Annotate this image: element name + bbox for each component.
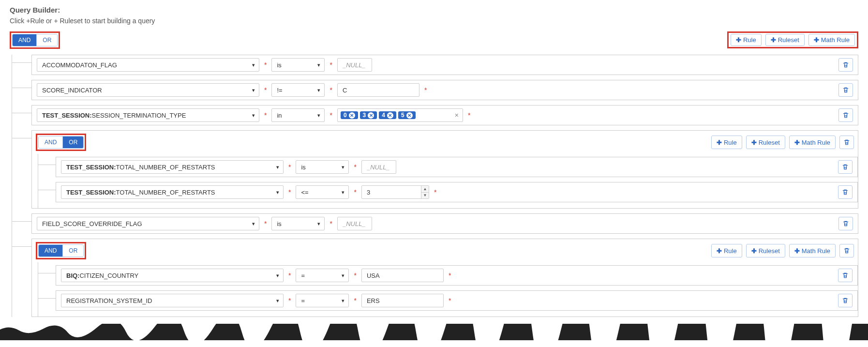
required-mark: * [329,220,332,227]
field-select[interactable]: SCORE_INDICATOR [37,83,259,97]
plus-circle-icon: ✚ [814,36,819,44]
operator-select[interactable]: in [271,108,325,122]
group-or-button[interactable]: OR [62,136,83,148]
rule-row: TEST_SESSION: SESSION_TERMINATION_TYPE *… [31,105,858,125]
add-rule-button[interactable]: ✚Rule [711,136,742,149]
required-mark: * [468,111,470,119]
trash-icon [842,189,849,196]
delete-rule-button[interactable] [838,58,853,72]
required-mark: * [264,111,267,119]
multiselect-input[interactable]: 0✕ 3✕ 4✕ 5✕ × [337,108,463,122]
plus-circle-icon: ✚ [794,247,800,255]
delete-rule-button[interactable] [838,108,853,122]
rule-row: ACCOMMODATON_FLAG * is * [31,55,858,75]
group-or-button[interactable]: OR [62,245,83,256]
delete-rule-button[interactable] [838,185,853,199]
required-mark: * [288,272,291,279]
required-mark: * [329,86,332,94]
value-input[interactable] [337,58,372,72]
required-mark: * [434,188,436,196]
operator-select[interactable]: is [296,160,349,174]
delete-rule-button[interactable] [838,294,853,307]
add-math-rule-button[interactable]: ✚Math Rule [808,34,855,46]
required-mark: * [354,272,356,279]
field-select[interactable]: TEST_SESSION: TOTAL_NUMBER_OF_RESTARTS [61,160,284,174]
plus-circle-icon: ✚ [736,36,741,44]
required-mark: * [264,220,267,227]
trash-icon [843,139,850,146]
chip[interactable]: 4✕ [379,111,396,119]
operator-select[interactable]: != [271,83,325,97]
operator-select[interactable]: <= [296,185,349,199]
plus-circle-icon: ✚ [771,36,776,44]
required-mark: * [329,111,332,119]
torn-edge-decoration [0,324,868,340]
page-title: Query Builder: [10,6,858,14]
remove-chip-icon[interactable]: ✕ [387,112,393,119]
value-input[interactable] [361,185,429,199]
remove-chip-icon[interactable]: ✕ [406,112,413,119]
add-math-rule-button[interactable]: ✚Math Rule [789,136,836,149]
required-mark: * [354,188,356,196]
value-input[interactable] [337,83,419,97]
required-mark: * [449,272,451,279]
field-select[interactable]: FIELD_SCORE_OVERRIDE_FLAG [37,217,259,230]
field-select[interactable]: ACCOMMODATON_FLAG [37,58,259,72]
delete-ruleset-button[interactable] [839,244,854,257]
add-ruleset-button[interactable]: ✚Ruleset [746,244,785,257]
ruleset-row: AND OR ✚Rule ✚Ruleset ✚Math Rule BIQ: CI… [31,239,858,317]
delete-ruleset-button[interactable] [839,136,854,149]
remove-chip-icon[interactable]: ✕ [349,112,355,119]
field-select[interactable]: BIQ: CITIZEN_COUNTRY [61,269,284,282]
operator-select[interactable]: is [271,58,325,72]
group-and-button[interactable]: AND [39,245,62,256]
add-ruleset-button[interactable]: ✚Ruleset [746,136,785,149]
required-mark: * [354,163,356,171]
value-input[interactable] [361,269,444,282]
operator-select[interactable]: is [271,217,325,230]
root-and-button[interactable]: AND [13,34,36,46]
trash-icon [842,164,849,170]
chip[interactable]: 3✕ [360,111,377,119]
rule-row: SCORE_INDICATOR * != * * [31,80,858,100]
clear-all-icon[interactable]: × [455,111,460,119]
trash-icon [842,297,849,304]
add-rule-button[interactable]: ✚Rule [711,244,742,257]
required-mark: * [288,188,291,196]
value-input[interactable] [337,217,372,230]
required-mark: * [449,297,451,304]
plus-circle-icon: ✚ [717,247,722,255]
stepper-up-icon[interactable]: ▲ [421,186,429,192]
plus-circle-icon: ✚ [751,139,757,146]
value-input[interactable] [361,160,396,174]
field-select[interactable]: REGISTRATION_SYSTEM_ID [61,294,284,307]
rule-row: TEST_SESSION: TOTAL_NUMBER_OF_RESTARTS *… [56,182,858,202]
trash-icon [842,220,849,227]
operator-select[interactable]: = [296,294,349,307]
root-or-button[interactable]: OR [36,34,57,46]
chip[interactable]: 0✕ [341,111,358,119]
delete-rule-button[interactable] [838,217,853,230]
value-input[interactable] [361,294,444,307]
delete-rule-button[interactable] [838,83,853,97]
chip[interactable]: 5✕ [398,111,416,119]
add-rule-button[interactable]: ✚Rule [731,34,762,46]
stepper-down-icon[interactable]: ▼ [421,192,429,199]
operator-select[interactable]: = [296,269,349,282]
rule-row: TEST_SESSION: TOTAL_NUMBER_OF_RESTARTS *… [56,157,858,177]
group-and-button[interactable]: AND [39,136,62,148]
field-select[interactable]: TEST_SESSION: SESSION_TERMINATION_TYPE [37,108,259,122]
plus-circle-icon: ✚ [751,247,757,255]
delete-rule-button[interactable] [838,269,853,282]
delete-rule-button[interactable] [838,160,853,174]
required-mark: * [264,61,267,69]
highlight-root-andor: AND OR [10,31,60,49]
add-ruleset-button[interactable]: ✚Ruleset [765,34,805,46]
trash-icon [843,247,850,254]
remove-chip-icon[interactable]: ✕ [368,112,374,119]
trash-icon [842,272,849,279]
trash-icon [842,112,849,119]
add-math-rule-button[interactable]: ✚Math Rule [789,244,836,257]
highlight-group-andor: AND OR [36,242,86,259]
field-select[interactable]: TEST_SESSION: TOTAL_NUMBER_OF_RESTARTS [61,185,284,199]
